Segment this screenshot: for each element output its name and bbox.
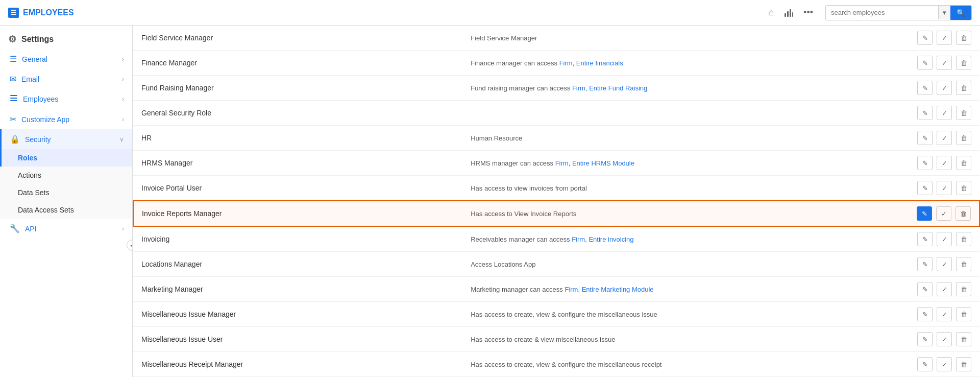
role-name-text: Locations Manager [141,260,202,268]
submenu-item-actions[interactable]: Actions [0,167,132,184]
role-desc-cell: Has access to view invoices from portal [462,176,909,201]
edit-role-button[interactable]: ✎ [917,332,933,346]
check-role-button[interactable]: ✓ [937,282,952,296]
sidebar-item-security[interactable]: 🔒 Security ∨ [0,129,132,149]
submenu-item-data-sets[interactable]: Data Sets [0,184,132,201]
delete-role-button[interactable]: 🗑 [955,206,971,221]
role-name-text: Invoice Portal User [141,184,202,192]
role-desc-text: Has access to create & view miscellaneou… [471,336,615,343]
delete-role-button[interactable]: 🗑 [956,81,971,95]
desc-link[interactable]: Firm [565,286,578,293]
check-role-button[interactable]: ✓ [937,357,952,371]
desc-link[interactable]: Firm [555,159,569,167]
delete-role-button[interactable]: 🗑 [956,56,971,70]
check-role-button[interactable]: ✓ [937,181,952,195]
search-input[interactable] [826,6,938,19]
role-name-text: Fund Raising Manager [141,84,214,92]
desc-link[interactable]: Firm [559,59,573,67]
edit-role-button[interactable]: ✎ [917,156,933,170]
table-row: Finance ManagerFinance manager can acces… [133,51,979,76]
sidebar-collapse-button[interactable]: ◀ [127,240,133,251]
delete-role-button[interactable]: 🗑 [956,357,971,371]
edit-role-button[interactable]: ✎ [917,81,933,95]
edit-role-button[interactable]: ✎ [917,181,933,195]
check-role-button[interactable]: ✓ [937,332,952,346]
submenu-item-data-access-sets[interactable]: Data Access Sets [0,201,132,219]
check-role-button[interactable]: ✓ [937,131,952,145]
sidebar-label-api: API [25,225,37,233]
sidebar-item-api[interactable]: 🔧 API › [0,219,132,239]
delete-role-button[interactable]: 🗑 [956,232,971,246]
check-role-button[interactable]: ✓ [937,56,952,70]
edit-role-button[interactable]: ✎ [917,257,933,271]
delete-role-button[interactable]: 🗑 [956,257,971,271]
role-desc-cell: Fund raising manager can access Firm, En… [462,76,909,101]
role-name-cell: Invoice Portal User [133,176,462,201]
desc-link[interactable]: Entire invoicing [589,235,633,243]
delete-role-button[interactable]: 🗑 [956,282,971,296]
delete-role-button[interactable]: 🗑 [956,156,971,170]
check-role-button[interactable]: ✓ [937,81,952,95]
edit-role-button[interactable]: ✎ [917,232,933,246]
edit-role-button[interactable]: ✎ [917,282,933,296]
check-role-button[interactable]: ✓ [937,31,952,45]
home-button[interactable]: ⌂ [766,5,776,20]
sidebar-label-email: Email [21,75,39,83]
table-row: Locations ManagerAccess Locations App✎✓🗑 [133,252,979,277]
chart-button[interactable] [782,6,795,19]
role-name-text: Miscellaneous Issue Manager [141,310,236,318]
edit-role-button[interactable]: ✎ [917,357,933,371]
check-role-button[interactable]: ✓ [936,206,951,221]
edit-role-button[interactable]: ✎ [917,56,933,70]
edit-role-button[interactable]: ✎ [917,31,933,45]
table-row: Miscellaneous Issue UserHas access to cr… [133,327,979,352]
search-submit-button[interactable]: 🔍 [950,6,971,20]
desc-link[interactable]: Firm [572,235,585,243]
check-role-button[interactable]: ✓ [937,257,952,271]
general-icon: ☰ [10,54,17,64]
more-button[interactable]: ••• [801,5,815,20]
desc-link[interactable]: Entire Fund Raising [589,84,647,92]
delete-role-button[interactable]: 🗑 [956,332,971,346]
check-role-button[interactable]: ✓ [937,307,952,321]
edit-role-button[interactable]: ✎ [917,307,933,321]
settings-header: ⚙ Settings [0,26,132,49]
delete-role-button[interactable]: 🗑 [956,106,971,120]
desc-link[interactable]: Entire Marketing Module [582,286,654,293]
role-name-cell: Field Service Manager [133,26,462,51]
desc-link[interactable]: Firm [572,84,585,92]
chevron-right-icon-api: › [122,225,124,232]
svg-rect-2 [790,9,791,17]
edit-role-button[interactable]: ✎ [917,206,932,221]
edit-role-button[interactable]: ✎ [917,131,933,145]
delete-role-button[interactable]: 🗑 [956,131,971,145]
desc-link[interactable]: Entire financials [576,59,623,67]
security-icon: 🔒 [10,134,20,144]
svg-rect-0 [785,13,786,17]
role-desc-text: Human Resource [471,134,522,142]
check-role-button[interactable]: ✓ [937,156,952,170]
role-actions-cell: ✎✓🗑 [909,176,979,201]
role-name-cell: Miscellaneous Issue User [133,327,462,352]
table-row: InvoicingReceivables manager can access … [133,226,979,252]
sidebar-item-email[interactable]: ✉ Email › [0,69,132,89]
sidebar-item-customize[interactable]: ✂ Customize App › [0,109,132,129]
desc-link[interactable]: Entire HRMS Module [572,159,634,167]
table-row: HRHuman Resource✎✓🗑 [133,126,979,151]
sidebar-item-employees[interactable]: Employees › [0,89,132,109]
search-dropdown-button[interactable]: ▾ [938,6,950,19]
check-role-button[interactable]: ✓ [937,232,952,246]
employees-icon [10,94,18,104]
delete-role-button[interactable]: 🗑 [956,181,971,195]
role-actions-cell: ✎✓🗑 [909,76,979,101]
check-role-button[interactable]: ✓ [937,106,952,120]
role-name-cell: Finance Manager [133,51,462,76]
table-row: Fund Raising ManagerFund raising manager… [133,76,979,101]
edit-role-button[interactable]: ✎ [917,106,933,120]
delete-role-button[interactable]: 🗑 [956,307,971,321]
submenu-item-roles[interactable]: Roles [0,149,132,167]
chevron-right-icon-customize: › [122,116,124,123]
sidebar-item-general[interactable]: ☰ General › [0,49,132,69]
role-desc-cell: Access Locations App [462,252,909,277]
delete-role-button[interactable]: 🗑 [956,31,971,45]
